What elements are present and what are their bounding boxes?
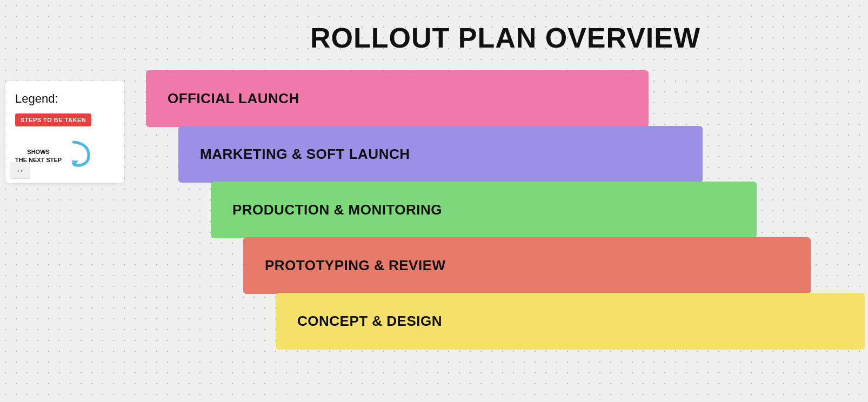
step-bar-3: PRODUCTION & MONITORING xyxy=(211,182,757,238)
step-bar-1: OFFICIAL LAUNCH xyxy=(146,70,649,127)
step-bar-2: MARKETING & SOFT LAUNCH xyxy=(178,126,703,183)
legend-curved-arrow-icon xyxy=(67,139,94,172)
page-title: ROLLOUT PLAN OVERVIEW xyxy=(310,22,700,54)
step-label-3: PRODUCTION & MONITORING xyxy=(232,202,442,218)
step-row-5: CONCEPT & DESIGN xyxy=(146,293,865,350)
step-row-3: PRODUCTION & MONITORING xyxy=(146,182,865,238)
steps-container: OFFICIAL LAUNCH MARKETING & SOFT LAUNCH xyxy=(146,70,865,349)
legend-badge: STEPS TO BE TAKEN xyxy=(15,113,91,126)
step-label-5: CONCEPT & DESIGN xyxy=(297,313,442,330)
legend-arrow-label: SHOWS THE NEXT STEP xyxy=(15,148,62,164)
step-row-2: MARKETING & SOFT LAUNCH xyxy=(146,126,865,183)
step-label-2: MARKETING & SOFT LAUNCH xyxy=(200,146,410,163)
step-label-1: OFFICIAL LAUNCH xyxy=(168,90,299,107)
legend-panel: Legend: STEPS TO BE TAKEN SHOWS THE NEXT… xyxy=(5,81,124,183)
step-bar-4: PROTOTYPING & REVIEW xyxy=(243,237,811,294)
step-bar-5: CONCEPT & DESIGN xyxy=(276,293,865,350)
step-row-4: PROTOTYPING & REVIEW xyxy=(146,237,865,294)
legend-title: Legend: xyxy=(15,92,115,106)
main-container: Legend: STEPS TO BE TAKEN SHOWS THE NEXT… xyxy=(0,0,868,402)
resize-handle[interactable]: ↔ xyxy=(10,163,30,179)
step-label-4: PROTOTYPING & REVIEW xyxy=(265,257,446,274)
step-row-1: OFFICIAL LAUNCH xyxy=(146,70,865,127)
content-area: ROLLOUT PLAN OVERVIEW OFFICIAL LAUNCH xyxy=(124,16,868,349)
